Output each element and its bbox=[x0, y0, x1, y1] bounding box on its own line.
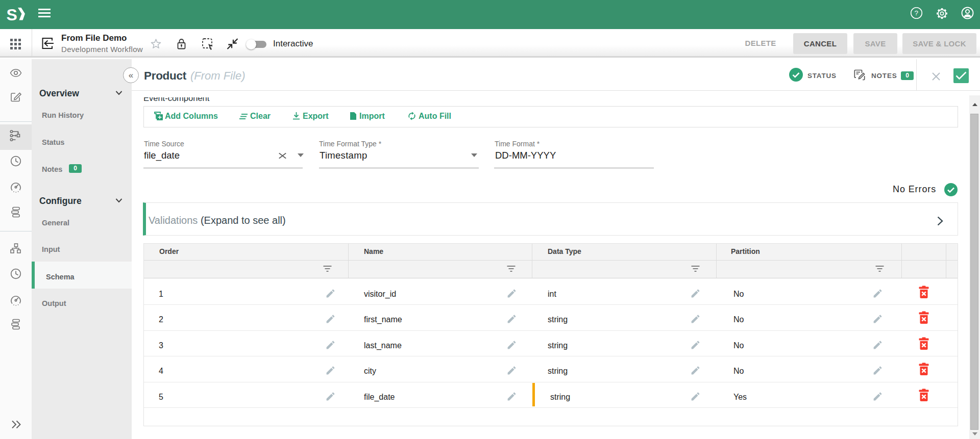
svg-text:?: ? bbox=[915, 9, 919, 17]
svg-text:S: S bbox=[7, 6, 17, 22]
